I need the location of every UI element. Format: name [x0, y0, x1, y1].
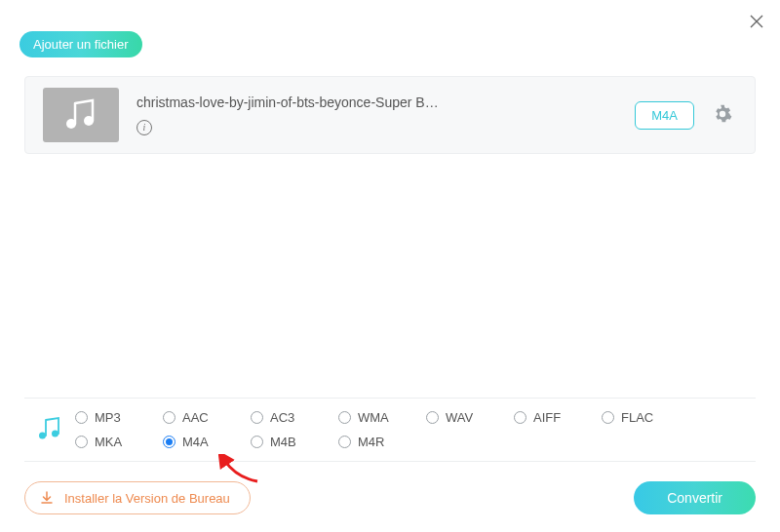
format-option-mka[interactable]: MKA [75, 435, 163, 449]
format-option-aac[interactable]: AAC [163, 410, 251, 425]
format-badge[interactable]: M4A [635, 101, 694, 130]
svg-point-0 [66, 119, 76, 129]
convert-button[interactable]: Convertir [634, 481, 756, 514]
download-icon [39, 490, 55, 506]
format-option-flac[interactable]: FLAC [602, 410, 689, 425]
install-label: Installer la Version de Bureau [64, 491, 230, 506]
file-thumbnail [43, 88, 119, 142]
format-option-m4b[interactable]: M4B [251, 435, 338, 449]
svg-point-3 [52, 431, 58, 437]
radio-icon [163, 411, 176, 424]
radio-icon [338, 436, 351, 448]
format-option-label: WAV [446, 410, 473, 425]
format-option-label: AAC [182, 410, 209, 425]
footer: Installer la Version de Bureau Convertir [24, 481, 756, 514]
radio-icon [251, 411, 263, 424]
radio-icon [251, 436, 263, 448]
radio-icon [75, 411, 88, 424]
format-option-label: M4R [358, 435, 384, 449]
format-option-label: MKA [95, 435, 122, 449]
add-file-button[interactable]: Ajouter un fichier [20, 31, 142, 57]
format-option-wav[interactable]: WAV [426, 410, 514, 425]
format-option-label: M4A [182, 435, 209, 449]
svg-point-1 [84, 116, 94, 126]
format-selector: MP3AACAC3WMAWAVAIFFFLACMKAM4AM4BM4R [24, 398, 756, 462]
format-option-mp3[interactable]: MP3 [75, 410, 163, 425]
format-option-wma[interactable]: WMA [338, 410, 426, 425]
install-desktop-button[interactable]: Installer la Version de Bureau [24, 481, 251, 514]
format-option-m4r[interactable]: M4R [338, 435, 426, 449]
close-button[interactable] [745, 8, 768, 38]
format-option-label: FLAC [621, 410, 653, 425]
radio-icon [338, 411, 351, 424]
format-option-aiff[interactable]: AIFF [514, 410, 602, 425]
format-options-grid: MP3AACAC3WMAWAVAIFFFLACMKAM4AM4BM4R [75, 410, 689, 449]
file-item: christmas-love-by-jimin-of-bts-beyonce-S… [24, 76, 756, 154]
radio-icon [602, 411, 614, 424]
file-name-label: christmas-love-by-jimin-of-bts-beyonce-S… [136, 95, 635, 110]
format-option-label: WMA [358, 410, 389, 425]
close-icon [749, 14, 764, 29]
format-option-label: AIFF [533, 410, 561, 425]
music-icon [24, 415, 75, 444]
svg-point-2 [39, 433, 46, 439]
radio-icon [75, 436, 88, 448]
radio-icon [426, 411, 439, 424]
gear-icon [712, 103, 733, 125]
radio-icon [163, 436, 176, 448]
file-meta: christmas-love-by-jimin-of-bts-beyonce-S… [136, 95, 635, 135]
format-option-label: AC3 [270, 410, 294, 425]
format-option-ac3[interactable]: AC3 [251, 410, 338, 425]
format-option-label: MP3 [95, 410, 121, 425]
format-option-label: M4B [270, 435, 296, 449]
settings-button[interactable] [708, 99, 737, 132]
info-icon[interactable]: i [136, 120, 152, 135]
music-file-icon [61, 97, 100, 133]
format-option-m4a[interactable]: M4A [163, 435, 251, 449]
radio-icon [514, 411, 526, 424]
